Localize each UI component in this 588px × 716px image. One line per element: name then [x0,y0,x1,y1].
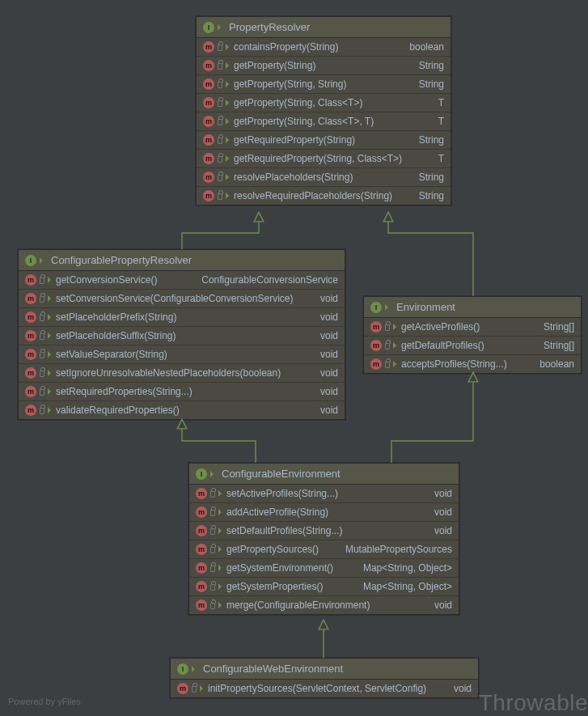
method-icon: m [25,386,36,397]
method-row: mgetRequiredProperty(String, Class<T>)T [197,150,451,168]
abstract-icon [48,370,54,376]
return-type: void [320,293,338,304]
method-row: msetDefaultProfiles(String...)void [189,522,459,540]
return-type: void [320,405,338,416]
method-icon: m [196,581,207,592]
abstract-icon [226,62,232,69]
return-type: String [419,134,444,146]
method-signature: addActiveProfile(String) [226,506,428,518]
method-signature: setPlaceholderPrefix(String) [56,311,314,323]
method-signature: setRequiredProperties(String...) [56,386,314,397]
method-icon: m [203,172,214,183]
method-icon: m [25,274,36,286]
abstract-icon [48,277,54,283]
return-type: T [438,116,444,127]
lock-icon [385,324,390,331]
return-type: ConfigurableConversionService [201,274,338,286]
lock-icon [218,156,222,163]
method-row: msetIgnoreUnresolvableNestedPlaceholders… [19,364,345,383]
method-row: msetPlaceholderPrefix(String)void [19,308,345,327]
method-icon: m [196,506,207,518]
method-row: mgetProperty(String)String [197,57,451,75]
abstract-icon [48,333,54,339]
method-icon: m [25,330,36,341]
method-list: mcontainsProperty(String)booleanmgetProp… [197,38,451,205]
return-type: Map<String, Object> [363,581,452,592]
method-row: msetActiveProfiles(String...)void [189,485,459,503]
method-signature: getRequiredProperty(String, Class<T>) [234,153,432,164]
method-row: mgetProperty(String, Class<T>)T [197,94,451,112]
abstract-icon [48,314,54,320]
return-type: void [320,330,338,341]
lock-icon [385,362,390,368]
abstract-icon [48,407,54,413]
return-type: void [320,386,338,397]
method-row: minitPropertySources(ServletContext, Ser… [171,680,478,697]
method-signature: setActiveProfiles(String...) [226,488,428,499]
class-name: PropertyResolver [229,21,310,33]
abstract-icon [226,118,232,125]
method-signature: getRequiredProperty(String) [234,134,412,146]
return-type: T [438,97,444,108]
method-signature: getSystemProperties() [226,581,357,592]
return-type: String[] [544,340,574,351]
return-type: void [320,311,338,323]
method-signature: containsProperty(String) [234,41,403,53]
return-type: boolean [409,41,444,53]
method-icon: m [203,97,214,108]
return-type: String [419,78,444,90]
return-type: String [419,172,444,183]
method-list: mgetActiveProfiles()String[]mgetDefaultP… [364,318,581,373]
method-row: mresolveRequiredPlaceholders(String)Stri… [197,187,451,205]
interface-icon: I [196,468,207,480]
method-list: msetActiveProfiles(String...)voidmaddAct… [189,485,459,614]
method-icon: m [203,134,214,146]
interface-icon: I [177,663,188,675]
abstract-icon [393,342,400,349]
method-row: mcontainsProperty(String)boolean [197,38,451,57]
method-icon: m [203,153,214,164]
method-row: maddActiveProfile(String)void [189,503,459,522]
return-type: boolean [539,358,574,370]
abstract-icon [226,174,232,180]
method-row: msetValueSeparator(String)void [19,345,345,364]
method-signature: resolveRequiredPlaceholders(String) [234,190,412,201]
abstract-icon [218,602,225,608]
method-list: minitPropertySources(ServletContext, Ser… [171,680,478,697]
method-icon: m [25,367,36,379]
method-row: mgetRequiredProperty(String)String [197,131,451,150]
abstract-icon [226,81,232,87]
return-type: void [434,506,452,518]
method-signature: getProperty(String, String) [234,78,412,90]
abstract-icon [393,324,400,330]
method-icon: m [25,293,36,304]
method-icon: m [196,599,207,611]
method-icon: m [203,78,214,90]
method-icon: m [370,321,382,333]
method-icon: m [196,544,207,555]
return-type: String [419,60,444,71]
lock-icon [210,566,215,572]
abstract-icon [218,509,225,515]
method-icon: m [196,562,207,574]
abstract-icon [393,361,400,367]
method-row: macceptsProfiles(String...)boolean [364,355,581,373]
class-environment: I Environment mgetActiveProfiles()String… [363,296,582,374]
return-type: void [434,599,452,611]
lock-icon [218,44,222,51]
method-icon: m [370,358,382,370]
class-property-resolver: I PropertyResolver mcontainsProperty(Str… [196,16,451,205]
abstract-icon [226,137,232,143]
method-row: mmerge(ConfigurableEnvironment)void [189,596,459,614]
abstract-icon [210,471,217,477]
method-icon: m [196,488,207,499]
return-type: MutablePropertySources [345,544,452,555]
method-signature: getActiveProfiles() [401,321,537,333]
abstract-icon [218,546,225,553]
method-signature: getSystemEnvironment() [226,562,357,574]
return-type: void [320,367,338,379]
abstract-icon [226,100,232,106]
method-row: mgetPropertySources()MutablePropertySour… [189,540,459,559]
lock-icon [218,175,222,181]
class-header: I ConfigurablePropertyResolver [19,250,345,271]
